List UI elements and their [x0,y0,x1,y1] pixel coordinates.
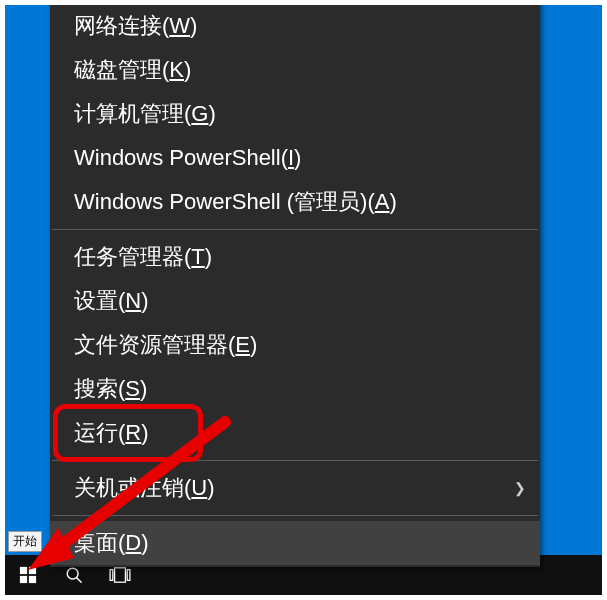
menu-item[interactable]: 计算机管理(G) [50,92,540,136]
start-tooltip: 开始 [8,531,42,552]
svg-rect-2 [29,567,36,574]
search-icon [65,566,83,584]
svg-rect-8 [115,568,126,582]
menu-item-label: 关机或注销(U) [74,475,215,500]
desktop: 网络连接(W)磁盘管理(K)计算机管理(G)Windows PowerShell… [0,0,607,600]
menu-item-label: 设置(N) [74,288,149,313]
windows-logo-icon [19,566,37,584]
menu-item-label: 任务管理器(T) [74,244,212,269]
menu-item-label: 磁盘管理(K) [74,57,191,82]
winx-context-menu: 网络连接(W)磁盘管理(K)计算机管理(G)Windows PowerShell… [50,0,540,567]
menu-item-label: 搜索(S) [74,376,147,401]
menu-item-label: 网络连接(W) [74,13,197,38]
menu-separator [52,460,538,461]
menu-item[interactable]: 任务管理器(T) [50,235,540,279]
svg-rect-7 [110,570,113,581]
menu-item[interactable]: 搜索(S) [50,367,540,411]
menu-item[interactable]: 文件资源管理器(E) [50,323,540,367]
menu-item-label: 计算机管理(G) [74,101,216,126]
menu-item-label: 运行(R) [74,420,149,445]
menu-item[interactable]: 网络连接(W) [50,4,540,48]
menu-item-label: 文件资源管理器(E) [74,332,257,357]
menu-item[interactable]: Windows PowerShell(I) [50,136,540,180]
menu-item[interactable]: 桌面(D) [50,521,540,565]
menu-item-label: Windows PowerShell (管理员)(A) [74,189,397,214]
menu-item-label: 桌面(D) [74,530,149,555]
svg-line-6 [77,578,82,583]
start-button[interactable] [5,555,51,595]
svg-rect-1 [20,567,27,574]
menu-separator [52,229,538,230]
menu-item[interactable]: 运行(R) [50,411,540,455]
menu-item[interactable]: 磁盘管理(K) [50,48,540,92]
menu-item-label: Windows PowerShell(I) [74,145,301,170]
menu-item[interactable]: 关机或注销(U)❯ [50,466,540,510]
svg-rect-3 [20,576,27,583]
menu-separator [52,515,538,516]
svg-rect-9 [127,570,130,581]
task-view-icon [109,566,131,584]
menu-item[interactable]: Windows PowerShell (管理员)(A) [50,180,540,224]
chevron-right-icon: ❯ [514,474,526,502]
svg-rect-4 [29,576,36,583]
menu-item[interactable]: 设置(N) [50,279,540,323]
